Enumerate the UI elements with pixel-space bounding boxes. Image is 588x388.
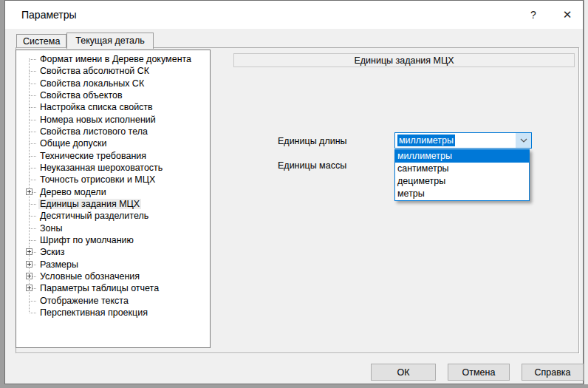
tree-item-label: Дерево модели xyxy=(38,187,108,197)
tree-item-label: Единицы задания МЦХ xyxy=(38,199,141,209)
tree-item-label: Свойства локальных СК xyxy=(38,78,146,89)
tree-item-label: Свойства абсолютной СК xyxy=(38,66,151,76)
close-icon[interactable]: ✕ xyxy=(556,1,578,29)
tree-item-label: Точность отрисовки и МЦХ xyxy=(38,174,157,185)
tree-item-label: Зоны xyxy=(38,223,64,234)
tree-item-label: Параметры таблицы отчета xyxy=(38,283,160,293)
tree-item-label: Свойства объектов xyxy=(38,90,124,101)
tree-item[interactable]: Свойства абсолютной СК xyxy=(16,65,210,77)
tab-bar: СистемаТекущая деталь xyxy=(16,32,154,48)
dropdown-option[interactable]: дециметры xyxy=(395,175,529,188)
tree-item[interactable]: Условные обозначения xyxy=(16,270,210,282)
cancel-button[interactable]: Отмена xyxy=(448,364,510,381)
expand-plus-icon[interactable] xyxy=(26,261,33,268)
chevron-down-icon[interactable] xyxy=(516,133,531,148)
tree-item[interactable]: Технические требования xyxy=(16,150,210,162)
tree-item[interactable]: Зоны xyxy=(16,222,210,234)
tree-item-label: Настройка списка свойств xyxy=(38,102,154,112)
dropdown-option[interactable]: сантиметры xyxy=(395,163,529,175)
tree-item[interactable]: Свойства объектов xyxy=(16,89,210,101)
tree-item[interactable]: Единицы задания МЦХ xyxy=(16,198,210,210)
help-button[interactable]: Справка xyxy=(522,364,584,381)
length-units-dropdown-list: миллиметрысантиметрыдециметрыметры xyxy=(394,149,530,201)
tree-item[interactable]: Общие допуски xyxy=(16,137,210,149)
tree-item[interactable]: Свойства локальных СК xyxy=(16,78,210,89)
expand-plus-icon[interactable] xyxy=(26,188,33,195)
tree-item[interactable]: Неуказанная шероховатость xyxy=(16,162,210,174)
expand-plus-icon[interactable] xyxy=(26,273,33,279)
tab-0[interactable]: Система xyxy=(16,34,66,47)
tree-item[interactable]: Дерево модели xyxy=(16,186,210,198)
tree-item-label: Десятичный разделитель xyxy=(38,211,150,221)
tree-item-label: Размеры xyxy=(38,259,80,270)
dropdown-option[interactable]: метры xyxy=(395,188,529,200)
screen-background: Параметры ? ✕ СистемаТекущая деталь Форм… xyxy=(0,0,588,388)
tree-item-label: Формат имени в Дереве документа xyxy=(38,54,193,64)
tree-item[interactable]: Размеры xyxy=(16,259,210,270)
length-units-combobox[interactable]: миллиметры xyxy=(394,132,532,149)
tree-item[interactable]: Настройка списка свойств xyxy=(16,101,210,113)
section-header: Единицы задания МЦХ xyxy=(233,53,575,67)
expand-plus-icon[interactable] xyxy=(26,248,33,255)
length-units-label: Единицы длины xyxy=(278,135,347,147)
tree-item-label: Перспективная проекция xyxy=(38,307,149,318)
tree-item-label: Технические требования xyxy=(38,151,148,161)
tab-page: Формат имени в Дереве документаСвойства … xyxy=(16,47,579,353)
tree-item[interactable]: Номера новых исполнений xyxy=(16,114,210,126)
tree-item-label: Условные обозначения xyxy=(38,271,141,282)
desktop-strip xyxy=(584,0,588,384)
titlebar-help-icon[interactable]: ? xyxy=(522,1,544,29)
window-title: Параметры xyxy=(21,1,77,29)
title-bar: Параметры ? ✕ xyxy=(5,1,583,29)
tree-item[interactable]: Формат имени в Дереве документа xyxy=(16,53,210,65)
tree-item-label: Свойства листового тела xyxy=(38,126,149,137)
tree-item-label: Номера новых исполнений xyxy=(38,115,157,125)
tree-item-label: Эскиз xyxy=(38,247,66,257)
ok-button[interactable]: ОК xyxy=(371,364,436,381)
tree-item-label: Шрифт по умолчанию xyxy=(38,235,135,245)
tree-item[interactable]: Точность отрисовки и МЦХ xyxy=(16,174,210,186)
tree-item-label: Неуказанная шероховатость xyxy=(38,163,164,173)
parameters-dialog: Параметры ? ✕ СистемаТекущая деталь Форм… xyxy=(4,0,584,384)
tree-item[interactable]: Эскиз xyxy=(16,246,210,258)
tree-item[interactable]: Свойства листового тела xyxy=(16,126,210,137)
tab-1[interactable]: Текущая деталь xyxy=(66,33,153,49)
dropdown-option[interactable]: миллиметры xyxy=(395,150,529,163)
tree-item[interactable]: Десятичный разделитель xyxy=(16,210,210,222)
combobox-value: миллиметры xyxy=(395,133,516,148)
mass-units-label: Единицы массы xyxy=(278,160,346,171)
settings-tree: Формат имени в Дереве документаСвойства … xyxy=(16,50,211,348)
tree-item[interactable]: Шрифт по умолчанию xyxy=(16,234,210,246)
tree-item[interactable]: Перспективная проекция xyxy=(16,307,210,319)
tree-item[interactable]: Отображение текста xyxy=(16,295,210,307)
tree-item[interactable]: Параметры таблицы отчета xyxy=(16,282,210,294)
tree-item-label: Отображение текста xyxy=(38,296,130,306)
tree-item-label: Общие допуски xyxy=(38,138,108,149)
expand-plus-icon[interactable] xyxy=(26,285,33,291)
